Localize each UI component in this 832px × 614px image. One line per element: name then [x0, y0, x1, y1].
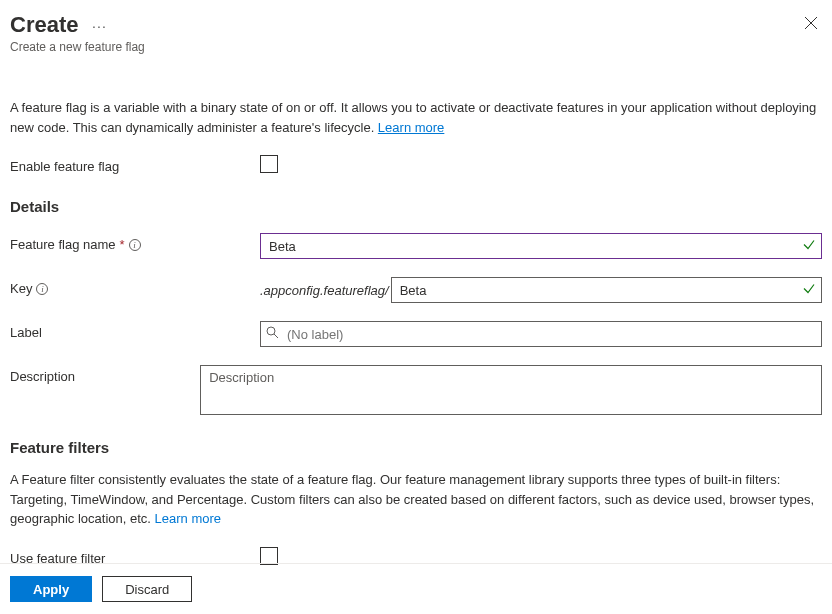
enable-flag-checkbox[interactable]	[260, 155, 278, 173]
filters-learn-more-link[interactable]: Learn more	[155, 511, 221, 526]
more-icon[interactable]: ···	[92, 12, 107, 34]
label-label: Label	[10, 321, 260, 340]
search-icon	[266, 326, 279, 342]
close-button[interactable]	[800, 12, 822, 37]
enable-flag-label: Enable feature flag	[10, 155, 260, 174]
info-icon[interactable]: i	[36, 283, 48, 295]
filters-body: A Feature filter consistently evaluates …	[10, 472, 814, 526]
key-label: Key i	[10, 277, 260, 296]
description-label: Description	[10, 365, 200, 384]
intro-text: A feature flag is a variable with a bina…	[10, 98, 822, 137]
name-label: Feature flag name * i	[10, 233, 260, 252]
discard-button[interactable]: Discard	[102, 576, 192, 602]
page-title: Create	[10, 12, 78, 38]
required-asterisk: *	[120, 237, 125, 252]
close-icon	[804, 16, 818, 30]
details-heading: Details	[10, 198, 822, 215]
key-input[interactable]	[391, 277, 822, 303]
name-label-text: Feature flag name	[10, 237, 116, 252]
filters-intro: A Feature filter consistently evaluates …	[10, 470, 822, 529]
label-input[interactable]	[260, 321, 822, 347]
intro-learn-more-link[interactable]: Learn more	[378, 120, 444, 135]
checkmark-icon	[802, 282, 816, 299]
use-filter-checkbox[interactable]	[260, 547, 278, 565]
info-icon[interactable]: i	[129, 239, 141, 251]
description-textarea[interactable]	[200, 365, 822, 415]
filters-heading: Feature filters	[10, 439, 822, 456]
name-input[interactable]	[260, 233, 822, 259]
page-subtitle: Create a new feature flag	[10, 40, 800, 54]
checkmark-icon	[802, 238, 816, 255]
svg-point-0	[267, 327, 275, 335]
apply-button[interactable]: Apply	[10, 576, 92, 602]
key-label-text: Key	[10, 281, 32, 296]
key-prefix: .appconfig.featureflag/	[260, 283, 389, 298]
